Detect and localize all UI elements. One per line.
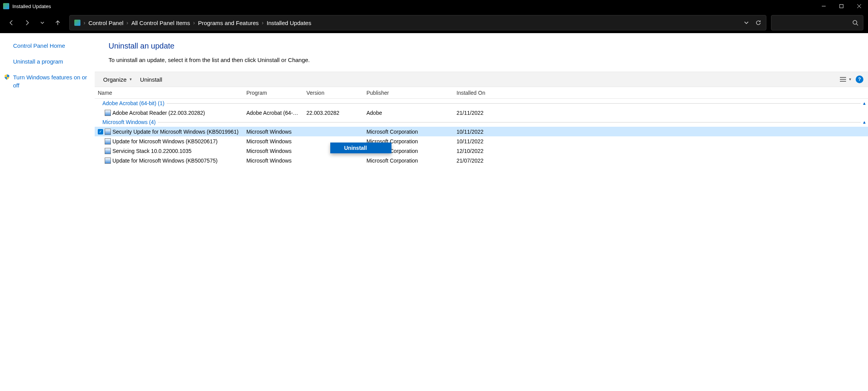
svg-line-5	[856, 24, 858, 25]
update-program: Microsoft Windows	[243, 129, 303, 135]
windows-features-link[interactable]: Turn Windows features on or off	[13, 73, 89, 89]
update-installed-on: 10/11/2022	[453, 138, 507, 144]
updates-table: Name Program Version Publisher ⌄ Install…	[95, 87, 868, 165]
breadcrumb-item[interactable]: Control Panel	[89, 20, 124, 26]
column-name[interactable]: Name	[95, 90, 243, 96]
update-publisher: Microsoft Corporation	[363, 158, 453, 164]
group-header[interactable]: Adobe Acrobat (64-bit) (1)▲	[95, 99, 868, 108]
group-header[interactable]: Microsoft Windows (4)▲	[95, 117, 868, 127]
table-row[interactable]: ✓Security Update for Microsoft Windows (…	[95, 127, 868, 136]
chevron-right-icon[interactable]: ›	[262, 20, 264, 26]
row-checkbox[interactable]: ✓	[98, 129, 103, 134]
group-label: Microsoft Windows (4)	[102, 119, 156, 125]
page-title: Uninstall an update	[109, 42, 868, 50]
table-row[interactable]: Servicing Stack 10.0.22000.1035Microsoft…	[95, 146, 868, 156]
update-name: Servicing Stack 10.0.22000.1035	[112, 148, 191, 154]
uninstall-label: Uninstall	[140, 76, 162, 83]
list-icon	[840, 77, 846, 82]
refresh-button[interactable]	[755, 20, 761, 26]
update-name: Update for Microsoft Windows (KB5007575)	[112, 158, 217, 164]
sidebar: Control Panel Home Uninstall a program T…	[0, 33, 95, 391]
content-area: Uninstall an update To uninstall an upda…	[95, 33, 868, 391]
up-button[interactable]	[51, 16, 65, 30]
table-row[interactable]: Update for Microsoft Windows (KB5020617)…	[95, 136, 868, 146]
update-icon	[105, 129, 111, 135]
location-icon	[74, 20, 80, 26]
organize-label: Organize	[103, 76, 127, 83]
column-version[interactable]: Version	[303, 90, 363, 96]
organize-button[interactable]: Organize ▼	[99, 75, 136, 84]
window-title: Installed Updates	[12, 3, 51, 9]
app-icon	[3, 3, 9, 9]
group-divider	[158, 122, 861, 123]
context-menu: Uninstall	[330, 143, 391, 153]
maximize-button[interactable]	[833, 0, 850, 12]
update-program: Microsoft Windows	[243, 138, 303, 144]
update-version: 22.003.20282	[303, 110, 363, 116]
group-divider	[167, 103, 861, 104]
page-description: To uninstall an update, select it from t…	[109, 57, 868, 63]
update-icon	[105, 138, 111, 144]
context-uninstall-item[interactable]: Uninstall	[330, 143, 391, 153]
address-bar[interactable]: › Control Panel › All Control Panel Item…	[69, 15, 766, 30]
update-icon	[105, 148, 111, 154]
update-publisher: Adobe	[363, 110, 453, 116]
sort-indicator-icon: ⌄	[479, 90, 482, 92]
minimize-button[interactable]	[815, 0, 833, 12]
svg-rect-1	[840, 5, 843, 8]
control-panel-home-link[interactable]: Control Panel Home	[13, 42, 89, 50]
update-installed-on: 10/11/2022	[453, 129, 507, 135]
update-installed-on: 12/10/2022	[453, 148, 507, 154]
close-button[interactable]	[850, 0, 868, 12]
column-installed-on[interactable]: ⌄ Installed On	[453, 90, 507, 96]
group-label: Adobe Acrobat (64-bit) (1)	[102, 100, 164, 106]
collapse-icon[interactable]: ▲	[862, 120, 866, 124]
back-button[interactable]	[5, 16, 18, 30]
breadcrumb-item[interactable]: Programs and Features	[198, 20, 259, 26]
table-row[interactable]: Update for Microsoft Windows (KB5007575)…	[95, 156, 868, 165]
title-bar: Installed Updates	[0, 0, 868, 12]
history-dropdown-button[interactable]	[744, 20, 749, 25]
chevron-right-icon[interactable]: ›	[84, 20, 85, 26]
column-program[interactable]: Program	[243, 90, 303, 96]
update-publisher: Microsoft Corporation	[363, 129, 453, 135]
update-name: Adobe Acrobat Reader (22.003.20282)	[112, 110, 205, 116]
chevron-right-icon[interactable]: ›	[193, 20, 195, 26]
view-options-button[interactable]: ▼	[840, 77, 852, 82]
chevron-down-icon: ▼	[848, 77, 852, 81]
forward-button[interactable]	[20, 16, 34, 30]
svg-point-4	[853, 20, 857, 24]
column-publisher[interactable]: Publisher	[363, 90, 453, 96]
table-row[interactable]: Adobe Acrobat Reader (22.003.20282)Adobe…	[95, 108, 868, 117]
navigation-bar: › Control Panel › All Control Panel Item…	[0, 12, 868, 33]
uninstall-button[interactable]: Uninstall	[136, 75, 166, 84]
windows-features-label: Turn Windows features on or off	[13, 74, 87, 89]
table-header: Name Program Version Publisher ⌄ Install…	[95, 87, 868, 99]
collapse-icon[interactable]: ▲	[862, 101, 866, 106]
update-icon	[105, 110, 111, 116]
update-name: Update for Microsoft Windows (KB5020617)	[112, 138, 217, 144]
update-program: Microsoft Windows	[243, 158, 303, 164]
help-button[interactable]: ?	[856, 76, 863, 83]
update-name: Security Update for Microsoft Windows (K…	[112, 129, 239, 135]
breadcrumb-item[interactable]: All Control Panel Items	[131, 20, 190, 26]
uninstall-program-link[interactable]: Uninstall a program	[13, 57, 89, 65]
update-program: Microsoft Windows	[243, 148, 303, 154]
update-icon	[105, 158, 111, 164]
chevron-down-icon: ▼	[129, 77, 132, 81]
search-box[interactable]	[771, 15, 863, 30]
recent-locations-button[interactable]	[35, 16, 49, 30]
chevron-right-icon[interactable]: ›	[127, 20, 129, 26]
breadcrumb-item[interactable]: Installed Updates	[267, 20, 311, 26]
toolbar: Organize ▼ Uninstall ▼ ?	[95, 72, 868, 87]
update-program: Adobe Acrobat (64-b...	[243, 110, 303, 116]
search-icon	[852, 20, 858, 26]
update-installed-on: 21/07/2022	[453, 158, 507, 164]
update-installed-on: 21/11/2022	[453, 110, 507, 116]
shield-icon	[4, 74, 10, 80]
